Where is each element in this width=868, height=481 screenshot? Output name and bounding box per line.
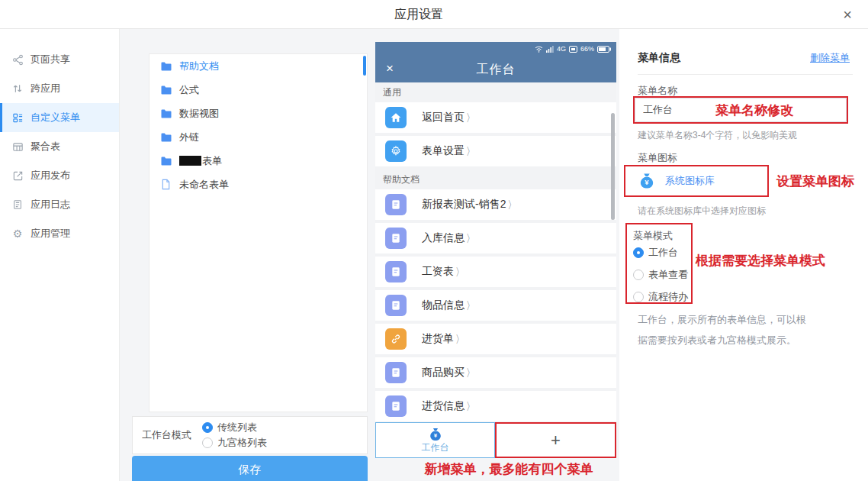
dialog-title: 应用设置 — [0, 0, 837, 29]
doc-icon — [385, 295, 407, 316]
folder-item-data-view[interactable]: 数据视图 — [149, 102, 367, 125]
menu-info-panel: 菜单信息 删除菜单 菜单名称 菜单名称修改 建议菜单名称3-4个字符，以免影响美… — [619, 29, 868, 481]
chevron-right-icon: 〉 — [507, 197, 516, 212]
tab-workbench[interactable]: ¥ 工作台 — [375, 422, 495, 458]
file-icon — [160, 179, 172, 191]
list-item-purchase-info[interactable]: 进货信息 〉 — [375, 391, 616, 421]
sidebar-item-page-share[interactable]: 页面共享 — [0, 45, 119, 74]
radio-traditional-list[interactable]: 传统列表 — [202, 420, 267, 435]
list-section-header: 通用 — [375, 82, 616, 102]
sidebar-item-custom-menu[interactable]: 自定义菜单 — [0, 103, 119, 132]
list-item-purchase-order[interactable]: 进货单 〉 — [375, 324, 616, 354]
radio-grid-list[interactable]: 九宫格列表 — [202, 435, 267, 450]
list-item-salary-table[interactable]: 工资表 〉 — [375, 257, 616, 287]
redacted-text-block — [179, 156, 201, 166]
list-item-report-test[interactable]: 新报表测试-销售2 〉 — [375, 189, 616, 220]
radio-mode-process-todo[interactable]: 流程待办 — [633, 290, 691, 304]
chevron-right-icon: 〉 — [466, 298, 475, 313]
doc-icon — [385, 194, 407, 215]
folder-item-label: 外链 — [179, 131, 199, 144]
chevron-right-icon: 〉 — [466, 231, 475, 246]
chevron-right-icon: 〉 — [466, 365, 475, 380]
list-item-goods-purchase[interactable]: 商品购买 〉 — [375, 357, 616, 388]
list-item-form-settings[interactable]: 表单设置 〉 — [375, 136, 616, 166]
folder-item-help-docs[interactable]: 帮助文档 — [149, 54, 367, 78]
icon-library-button[interactable]: ¥ 系统图标库 — [624, 165, 769, 197]
tab-workbench-label: 工作台 — [422, 441, 449, 454]
sidebar-item-label: 跨应用 — [31, 82, 60, 95]
list-item-goods-info[interactable]: 物品信息 〉 — [375, 290, 616, 321]
workbench-mode-label: 工作台模式 — [142, 428, 191, 442]
workbench-mode-box: 工作台模式 传统列表 九宫格列表 — [132, 416, 368, 454]
money-bag-icon: ¥ — [638, 172, 656, 190]
menu-icon-label: 菜单图标 — [638, 151, 677, 165]
radio-selected-icon — [633, 247, 644, 258]
chevron-right-icon: 〉 — [455, 264, 465, 279]
app-settings-dialog: 应用设置 × 页面共享 跨应用 自定义菜单 聚合表 应用发布 应用日志 — [0, 0, 868, 481]
radio-icon — [633, 270, 644, 280]
folder-panel-scrollbar[interactable] — [363, 56, 366, 76]
chevron-right-icon: 〉 — [466, 144, 475, 159]
phone-title: 工作台 — [375, 56, 616, 82]
sidebar-item-label: 应用日志 — [31, 198, 70, 211]
share-icon — [11, 53, 24, 66]
wifi-icon — [535, 46, 543, 53]
publish-icon — [11, 169, 24, 182]
chevron-right-icon: 〉 — [466, 110, 475, 125]
mode-description-line1: 工作台，展示所有的表单信息，可以根 — [638, 313, 806, 327]
folder-item-unnamed-form[interactable]: 未命名表单 — [149, 173, 367, 196]
chevron-right-icon: 〉 — [466, 399, 475, 414]
svg-text:¥: ¥ — [645, 178, 649, 186]
menu-name-label: 菜单名称 — [638, 84, 677, 98]
icon-library-label: 系统图标库 — [665, 174, 715, 188]
settings-sidebar: 页面共享 跨应用 自定义菜单 聚合表 应用发布 应用日志 ⚙ 应用管理 — [0, 29, 120, 481]
mode-description-line2: 据需要按列表或者九宫格模式展示。 — [638, 334, 796, 347]
doc-icon — [385, 228, 407, 249]
list-item-inbound-info[interactable]: 入库信息 〉 — [375, 223, 616, 253]
chevron-right-icon: 〉 — [455, 331, 465, 347]
table-icon — [11, 140, 24, 153]
swap-icon — [11, 82, 24, 95]
folder-icon — [160, 84, 172, 96]
svg-text:¥: ¥ — [433, 432, 437, 439]
sidebar-item-cross-app[interactable]: 跨应用 — [0, 74, 119, 103]
list-section-header: 帮助文档 — [375, 169, 616, 189]
folder-item-formula[interactable]: 公式 — [149, 78, 367, 102]
folder-icon — [160, 131, 172, 144]
sidebar-item-app-log[interactable]: 应用日志 — [0, 190, 119, 219]
folder-icon — [160, 108, 172, 120]
save-button[interactable]: 保存 — [132, 456, 368, 481]
menu-info-title: 菜单信息 — [638, 51, 680, 63]
radio-mode-form-view[interactable]: 表单查看 — [633, 268, 691, 282]
phone-tab-bar: ¥ 工作台 + — [375, 422, 616, 458]
radio-selected-icon — [202, 422, 213, 433]
volte-icon — [569, 46, 577, 53]
annotation-mode-box: 菜单模式 工作台 表单查看 流程待办 — [625, 223, 693, 304]
phone-list-scrollbar[interactable] — [611, 113, 615, 220]
sidebar-item-app-manage[interactable]: ⚙ 应用管理 — [0, 219, 119, 248]
menu-name-hint: 建议菜单名称3-4个字符，以免影响美观 — [638, 129, 797, 142]
money-bag-icon: ¥ — [428, 427, 443, 442]
sidebar-item-app-publish[interactable]: 应用发布 — [0, 161, 119, 190]
doc-icon — [385, 395, 407, 417]
annotation-mode-note: 根据需要选择菜单模式 — [696, 252, 825, 270]
radio-mode-workbench[interactable]: 工作台 — [633, 246, 691, 260]
delete-menu-link[interactable]: 删除菜单 — [810, 51, 850, 65]
folder-item-label: 数据视图 — [179, 107, 219, 121]
sidebar-item-aggregate-table[interactable]: 聚合表 — [0, 132, 119, 161]
close-icon[interactable]: × — [837, 5, 857, 24]
folder-item-external-link[interactable]: 外链 — [149, 125, 367, 149]
list-item-home[interactable]: 返回首页 〉 — [375, 102, 616, 133]
dialog-header: 应用设置 × — [0, 0, 868, 29]
phone-nav-bar: × 工作台 — [375, 56, 616, 82]
folder-icon — [160, 60, 172, 73]
folder-item-label: 公式 — [179, 83, 199, 97]
phone-close-icon[interactable]: × — [386, 61, 394, 76]
folder-item-redacted-form[interactable]: 表单 — [149, 149, 367, 173]
battery-icon — [597, 46, 611, 53]
gear-icon — [385, 140, 407, 162]
menu-mode-label: 菜单模式 — [633, 229, 691, 243]
doc-icon — [385, 261, 407, 282]
battery-percent-label: 66% — [580, 45, 594, 53]
tab-add-menu[interactable]: + — [495, 422, 616, 458]
